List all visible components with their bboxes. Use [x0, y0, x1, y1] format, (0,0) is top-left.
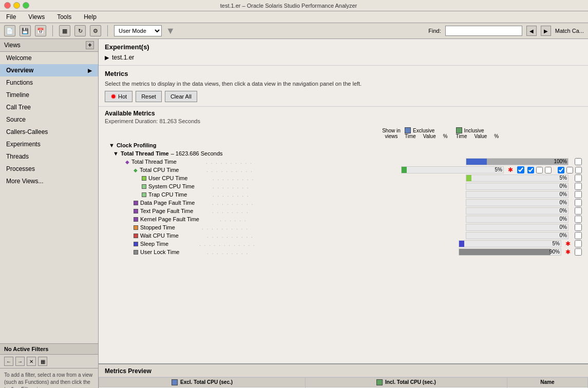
metrics-section: Metrics Select the metrics to display in… — [99, 66, 588, 107]
checkbox-stopped-time[interactable] — [575, 224, 582, 231]
sidebar-header: Views + — [0, 39, 98, 52]
metric-name-trap-cpu: Trap CPU Time — [148, 191, 213, 198]
views-label: Views — [4, 42, 21, 49]
clearall-button[interactable]: Clear All — [165, 91, 197, 102]
sidebar-item-timeline[interactable]: Timeline — [0, 89, 98, 101]
bottom-area: Available Metrics Experiment Duration: 8… — [99, 107, 588, 388]
metric-row-trap-cpu: Trap CPU Time . . . . . . . . 0% — [142, 190, 582, 199]
toolbar-filter-btn[interactable]: ▦ — [59, 25, 70, 36]
sidebar-item-more-views[interactable]: More Views... — [0, 175, 98, 187]
checkbox-total-thread[interactable] — [575, 158, 582, 165]
sidebar-item-calltree[interactable]: Call Tree — [0, 101, 98, 113]
sidebar-item-welcome[interactable]: Welcome — [0, 52, 98, 64]
find-label: Find: — [428, 28, 441, 34]
metric-bar-data-page-fault: 0% — [466, 199, 568, 206]
filter-settings-btn[interactable]: ▦ — [38, 357, 47, 366]
incl-val-total-cpu[interactable] — [566, 167, 573, 173]
add-view-btn[interactable]: + — [86, 41, 94, 49]
metric-name-system-cpu: System CPU Time — [148, 183, 213, 189]
excl-incl-checkboxes-total-cpu — [527, 167, 582, 173]
incl-time-total-cpu[interactable] — [558, 167, 564, 173]
excl-val-total-cpu[interactable] — [536, 167, 543, 173]
menu-views[interactable]: Views — [26, 12, 47, 22]
sidebar: Views + Welcome Overview ▶ Functions Tim… — [0, 39, 99, 388]
filter-undo-btn[interactable]: ← — [4, 357, 13, 366]
find-input[interactable] — [445, 26, 522, 36]
checkbox-sleep-time[interactable] — [575, 240, 582, 247]
find-prev-btn[interactable]: ◀ — [526, 26, 537, 36]
metrics-title: Metrics — [105, 70, 582, 77]
metric-row-wait-cpu: Wait CPU Time . . . . . . . . . . 0% — [134, 231, 582, 240]
preview-excl-icon — [172, 379, 178, 385]
reset-button[interactable]: Reset — [136, 91, 162, 102]
checkbox-trap-cpu[interactable] — [575, 191, 582, 198]
main-layout: Views + Welcome Overview ▶ Functions Tim… — [0, 39, 588, 388]
excl-time-total-cpu[interactable] — [527, 167, 534, 173]
sidebar-item-processes[interactable]: Processes — [0, 163, 98, 175]
filter-redo-btn[interactable]: → — [15, 357, 25, 366]
mode-dropdown-arrow[interactable]: ▼ — [166, 26, 175, 36]
checkbox-total-cpu[interactable] — [517, 166, 524, 173]
metric-row-stopped-time: Stopped Time . . . . . . . . . . 0% — [134, 223, 582, 231]
toolbar-refresh-btn[interactable]: ↻ — [74, 25, 86, 36]
column-headers: Show in views Exclusive Time Value % — [105, 127, 582, 139]
checkbox-wait-cpu[interactable] — [575, 232, 582, 239]
checkbox-system-cpu[interactable] — [575, 183, 582, 190]
sidebar-item-experiments[interactable]: Experiments — [0, 138, 98, 150]
metrics-scrollable[interactable]: Available Metrics Experiment Duration: 8… — [99, 107, 588, 363]
toolbar-btn-1[interactable]: 📄 — [4, 25, 15, 36]
toolbar-settings-btn[interactable]: ⚙ — [90, 25, 101, 36]
minimize-btn[interactable] — [13, 2, 20, 9]
incl-pct-total-cpu[interactable] — [575, 167, 582, 173]
checkbox-kernel-page-fault[interactable] — [575, 216, 582, 223]
experiment-expand-arrow[interactable]: ▶ — [105, 54, 109, 61]
sidebar-item-source[interactable]: Source — [0, 113, 98, 126]
maximize-btn[interactable] — [23, 2, 29, 9]
toolbar-btn-3[interactable]: 📅 — [35, 25, 46, 36]
toolbar-sep-1 — [52, 25, 53, 36]
menu-tools[interactable]: Tools — [55, 12, 73, 22]
stopped-time-color — [134, 225, 138, 230]
filter-clear-btn[interactable]: ✕ — [27, 357, 36, 366]
metric-name-data-page-fault: Data Page Fault Time — [140, 200, 212, 206]
menu-file[interactable]: File — [4, 12, 18, 22]
mode-select[interactable]: User Mode Kernel Mode All Mode — [114, 25, 162, 36]
overview-arrow: ▶ — [88, 68, 92, 73]
checkbox-user-cpu[interactable] — [575, 174, 582, 182]
system-cpu-color — [142, 184, 146, 189]
sidebar-item-functions[interactable]: Functions — [0, 76, 98, 89]
clock-profiling-header[interactable]: ▼ Clock Profiling — [109, 141, 582, 149]
toolbar-sep-2 — [107, 25, 108, 36]
checkbox-data-page-fault[interactable] — [575, 199, 582, 206]
show-in-views-label: Show in views — [382, 128, 401, 139]
sidebar-item-callers-callees[interactable]: Callers-Callees — [0, 126, 98, 138]
metric-row-sleep-time: Sleep Time . . . . . . . . . . . . 5% ✱ — [134, 240, 582, 248]
find-next-btn[interactable]: ▶ — [541, 26, 551, 36]
toolbar: 📄 💾 📅 ▦ ↻ ⚙ User Mode Kernel Mode All Mo… — [0, 23, 588, 39]
filters-toolbar: ← → ✕ ▦ — [0, 355, 98, 368]
checkbox-user-lock-time[interactable] — [575, 248, 582, 256]
sidebar-item-threads[interactable]: Threads — [0, 150, 98, 163]
user-lock-time-color — [134, 250, 138, 255]
metric-row-user-lock-time: User Lock Time . . . . . . . . . 90% ✱ — [134, 248, 582, 256]
close-btn[interactable] — [4, 2, 11, 9]
experiment-name: test.1.er — [112, 54, 134, 61]
metric-row-kernel-page-fault: Kernel Page Fault Time . . . . . . 0% — [134, 215, 582, 223]
metric-dots-total-thread: . . . . . . . . . . — [206, 159, 466, 165]
metrics-description: Select the metrics to display in the dat… — [105, 81, 582, 87]
total-thread-time-header[interactable]: ▼ Total Thread Time – 1623.686 Seconds — [113, 149, 582, 158]
sidebar-item-overview[interactable]: Overview ▶ — [0, 64, 98, 76]
sleep-time-color — [134, 242, 138, 246]
experiments-title: Experiment(s) — [105, 43, 582, 51]
metric-bar-user-lock-time: 90% — [459, 248, 561, 256]
metric-bar-fill-total-cpu — [402, 167, 407, 173]
text-page-fault-color — [134, 209, 138, 214]
star-total-cpu: ✱ — [508, 166, 513, 173]
menu-help[interactable]: Help — [82, 12, 99, 22]
checkbox-text-page-fault[interactable] — [575, 207, 582, 215]
metric-bar-text-page-fault: 0% — [466, 207, 568, 215]
hot-button[interactable]: ✹ Hot — [105, 91, 132, 102]
metric-bar-fill-total-thread — [466, 159, 568, 165]
toolbar-btn-2[interactable]: 💾 — [20, 25, 31, 36]
excl-pct-total-cpu[interactable] — [545, 167, 552, 173]
